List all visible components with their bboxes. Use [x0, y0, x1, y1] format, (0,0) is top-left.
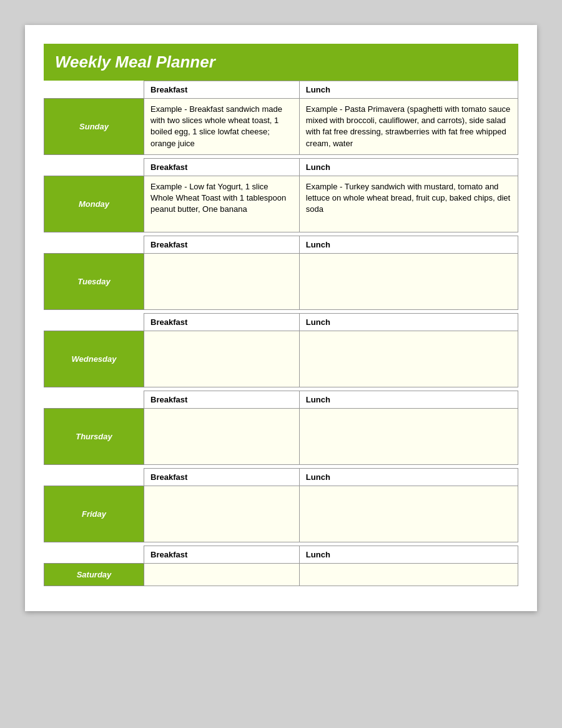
sunday-header-empty: [44, 81, 144, 99]
tuesday-header-row: Breakfast Lunch: [44, 236, 518, 254]
sunday-label: Sunday: [44, 99, 144, 155]
tuesday-breakfast-header: Breakfast: [144, 236, 300, 254]
friday-row: Friday: [44, 486, 518, 542]
thursday-breakfast-header: Breakfast: [144, 391, 300, 409]
sunday-breakfast-header: Breakfast: [144, 81, 300, 99]
monday-breakfast-cell[interactable]: Example - Low fat Yogurt, 1 slice Whole …: [144, 176, 300, 232]
monday-label: Monday: [44, 176, 144, 232]
page-title: Weekly Meal Planner: [55, 52, 507, 72]
thursday-lunch-cell[interactable]: [299, 409, 518, 465]
sunday-row: Sunday Example - Breakfast sandwich made…: [44, 99, 518, 155]
page-container: Weekly Meal Planner Breakfast Lunch Sund…: [25, 25, 537, 611]
tuesday-lunch-header: Lunch: [299, 236, 518, 254]
friday-header-row: Breakfast Lunch: [44, 469, 518, 486]
thursday-header-empty: [44, 391, 144, 409]
thursday-breakfast-cell[interactable]: [144, 409, 300, 465]
sunday-header-row: Breakfast Lunch: [44, 81, 518, 99]
monday-lunch-cell[interactable]: Example - Turkey sandwich with mustard, …: [299, 176, 518, 232]
tuesday-label: Tuesday: [44, 254, 144, 310]
wednesday-breakfast-cell[interactable]: [144, 331, 300, 387]
monday-row: Monday Example - Low fat Yogurt, 1 slice…: [44, 176, 518, 232]
sunday-breakfast-cell[interactable]: Example - Breakfast sandwich made with t…: [144, 99, 300, 155]
thursday-row: Thursday: [44, 409, 518, 465]
thursday-header-row: Breakfast Lunch: [44, 391, 518, 409]
tuesday-row: Tuesday: [44, 254, 518, 310]
friday-breakfast-header: Breakfast: [144, 469, 300, 486]
thursday-lunch-header: Lunch: [299, 391, 518, 409]
saturday-breakfast-header: Breakfast: [144, 546, 300, 564]
thursday-label: Thursday: [44, 409, 144, 465]
wednesday-breakfast-header: Breakfast: [144, 314, 300, 331]
monday-lunch-header: Lunch: [299, 159, 518, 176]
planner-table: Breakfast Lunch Sunday Example - Breakfa…: [44, 81, 518, 586]
friday-lunch-header: Lunch: [299, 469, 518, 486]
monday-header-empty: [44, 159, 144, 176]
sunday-lunch-cell[interactable]: Example - Pasta Primavera (spaghetti wit…: [299, 99, 518, 155]
saturday-header-row: Breakfast Lunch: [44, 546, 518, 564]
wednesday-lunch-header: Lunch: [299, 314, 518, 331]
friday-breakfast-cell[interactable]: [144, 486, 300, 542]
wednesday-header-row: Breakfast Lunch: [44, 314, 518, 331]
monday-breakfast-header: Breakfast: [144, 159, 300, 176]
saturday-label: Saturday: [44, 564, 144, 586]
tuesday-breakfast-cell[interactable]: [144, 254, 300, 310]
saturday-lunch-header: Lunch: [299, 546, 518, 564]
monday-header-row: Breakfast Lunch: [44, 159, 518, 176]
friday-header-empty: [44, 469, 144, 486]
saturday-breakfast-cell[interactable]: [144, 564, 300, 586]
friday-lunch-cell[interactable]: [299, 486, 518, 542]
tuesday-header-empty: [44, 236, 144, 254]
wednesday-row: Wednesday: [44, 331, 518, 387]
saturday-header-empty: [44, 546, 144, 564]
friday-label: Friday: [44, 486, 144, 542]
saturday-lunch-cell[interactable]: [299, 564, 518, 586]
wednesday-label: Wednesday: [44, 331, 144, 387]
sunday-lunch-header: Lunch: [299, 81, 518, 99]
saturday-row: Saturday: [44, 564, 518, 586]
wednesday-header-empty: [44, 314, 144, 331]
wednesday-lunch-cell[interactable]: [299, 331, 518, 387]
tuesday-lunch-cell[interactable]: [299, 254, 518, 310]
title-bar: Weekly Meal Planner: [44, 44, 518, 81]
